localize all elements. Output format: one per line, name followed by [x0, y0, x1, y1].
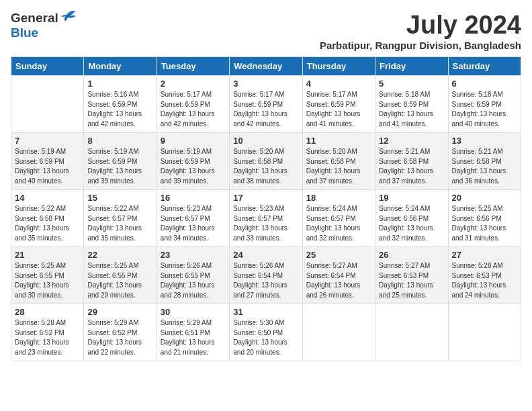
- day-info: Sunrise: 5:17 AM Sunset: 6:59 PM Dayligh…: [161, 90, 226, 129]
- header-friday: Friday: [375, 57, 448, 76]
- day-number: 10: [233, 136, 298, 146]
- calendar-cell: [375, 304, 448, 361]
- calendar-cell: 10Sunrise: 5:20 AM Sunset: 6:58 PM Dayli…: [230, 133, 302, 190]
- day-number: 4: [306, 79, 371, 89]
- header-tuesday: Tuesday: [157, 57, 229, 76]
- calendar-cell: 17Sunrise: 5:23 AM Sunset: 6:57 PM Dayli…: [230, 190, 302, 247]
- day-info: Sunrise: 5:25 AM Sunset: 6:56 PM Dayligh…: [452, 204, 517, 243]
- day-number: 15: [87, 193, 152, 203]
- day-info: Sunrise: 5:27 AM Sunset: 6:53 PM Dayligh…: [379, 261, 444, 300]
- week-row-2: 7Sunrise: 5:19 AM Sunset: 6:59 PM Daylig…: [11, 133, 521, 190]
- logo-bird-icon: [60, 9, 77, 24]
- calendar-cell: 2Sunrise: 5:17 AM Sunset: 6:59 PM Daylig…: [157, 76, 229, 133]
- day-info: Sunrise: 5:29 AM Sunset: 6:52 PM Dayligh…: [87, 318, 152, 357]
- day-info: Sunrise: 5:22 AM Sunset: 6:58 PM Dayligh…: [15, 204, 80, 243]
- calendar-cell: [448, 304, 521, 361]
- day-number: 8: [87, 136, 152, 146]
- day-number: 1: [87, 79, 152, 89]
- calendar-cell: 12Sunrise: 5:21 AM Sunset: 6:58 PM Dayli…: [375, 133, 448, 190]
- day-number: 20: [452, 193, 517, 203]
- day-info: Sunrise: 5:17 AM Sunset: 6:59 PM Dayligh…: [306, 90, 371, 129]
- calendar-cell: 8Sunrise: 5:19 AM Sunset: 6:59 PM Daylig…: [84, 133, 157, 190]
- calendar-table: SundayMondayTuesdayWednesdayThursdayFrid…: [11, 56, 521, 361]
- day-info: Sunrise: 5:19 AM Sunset: 6:59 PM Dayligh…: [87, 147, 152, 186]
- calendar-cell: 30Sunrise: 5:29 AM Sunset: 6:51 PM Dayli…: [157, 304, 229, 361]
- day-info: Sunrise: 5:23 AM Sunset: 6:57 PM Dayligh…: [233, 204, 298, 243]
- calendar-header-row: SundayMondayTuesdayWednesdayThursdayFrid…: [11, 57, 521, 76]
- calendar-cell: 3Sunrise: 5:17 AM Sunset: 6:59 PM Daylig…: [230, 76, 302, 133]
- logo-blue-text: Blue: [11, 26, 38, 40]
- day-number: 30: [161, 307, 226, 317]
- day-info: Sunrise: 5:19 AM Sunset: 6:59 PM Dayligh…: [15, 147, 80, 186]
- day-number: 31: [233, 307, 298, 317]
- calendar-cell: 19Sunrise: 5:24 AM Sunset: 6:56 PM Dayli…: [375, 190, 448, 247]
- calendar-cell: 29Sunrise: 5:29 AM Sunset: 6:52 PM Dayli…: [84, 304, 157, 361]
- day-number: 11: [306, 136, 371, 146]
- day-info: Sunrise: 5:28 AM Sunset: 6:53 PM Dayligh…: [452, 261, 517, 300]
- calendar-cell: 16Sunrise: 5:23 AM Sunset: 6:57 PM Dayli…: [157, 190, 229, 247]
- location: Parbatipur, Rangpur Division, Bangladesh: [320, 40, 521, 51]
- calendar-cell: 6Sunrise: 5:18 AM Sunset: 6:59 PM Daylig…: [448, 76, 521, 133]
- calendar-cell: 15Sunrise: 5:22 AM Sunset: 6:57 PM Dayli…: [84, 190, 157, 247]
- day-info: Sunrise: 5:20 AM Sunset: 6:58 PM Dayligh…: [233, 147, 298, 186]
- day-info: Sunrise: 5:21 AM Sunset: 6:58 PM Dayligh…: [379, 147, 444, 186]
- day-number: 2: [161, 79, 226, 89]
- day-info: Sunrise: 5:26 AM Sunset: 6:55 PM Dayligh…: [161, 261, 226, 300]
- week-row-4: 21Sunrise: 5:25 AM Sunset: 6:55 PM Dayli…: [11, 247, 521, 304]
- week-row-1: 1Sunrise: 5:16 AM Sunset: 6:59 PM Daylig…: [11, 76, 521, 133]
- day-info: Sunrise: 5:30 AM Sunset: 6:50 PM Dayligh…: [233, 318, 298, 357]
- calendar-cell: 25Sunrise: 5:27 AM Sunset: 6:54 PM Dayli…: [302, 247, 375, 304]
- day-number: 23: [161, 250, 226, 260]
- day-number: 29: [87, 307, 152, 317]
- calendar-cell: 28Sunrise: 5:28 AM Sunset: 6:52 PM Dayli…: [11, 304, 84, 361]
- day-number: 17: [233, 193, 298, 203]
- page-header: General Blue July 2024 Parbatipur, Rangp…: [11, 11, 521, 51]
- day-info: Sunrise: 5:19 AM Sunset: 6:59 PM Dayligh…: [161, 147, 226, 186]
- calendar-cell: 21Sunrise: 5:25 AM Sunset: 6:55 PM Dayli…: [11, 247, 84, 304]
- day-info: Sunrise: 5:28 AM Sunset: 6:52 PM Dayligh…: [15, 318, 80, 357]
- day-number: 7: [15, 136, 80, 146]
- calendar-cell: 1Sunrise: 5:16 AM Sunset: 6:59 PM Daylig…: [84, 76, 157, 133]
- day-info: Sunrise: 5:24 AM Sunset: 6:57 PM Dayligh…: [306, 204, 371, 243]
- day-info: Sunrise: 5:23 AM Sunset: 6:57 PM Dayligh…: [161, 204, 226, 243]
- day-info: Sunrise: 5:22 AM Sunset: 6:57 PM Dayligh…: [87, 204, 152, 243]
- day-number: 27: [452, 250, 517, 260]
- day-info: Sunrise: 5:18 AM Sunset: 6:59 PM Dayligh…: [379, 90, 444, 129]
- day-info: Sunrise: 5:16 AM Sunset: 6:59 PM Dayligh…: [87, 90, 152, 129]
- day-number: 19: [379, 193, 444, 203]
- day-number: 25: [306, 250, 371, 260]
- day-number: 12: [379, 136, 444, 146]
- day-number: 22: [87, 250, 152, 260]
- header-saturday: Saturday: [448, 57, 521, 76]
- header-wednesday: Wednesday: [230, 57, 302, 76]
- calendar-cell: 23Sunrise: 5:26 AM Sunset: 6:55 PM Dayli…: [157, 247, 229, 304]
- day-number: 6: [452, 79, 517, 89]
- calendar-cell: 26Sunrise: 5:27 AM Sunset: 6:53 PM Dayli…: [375, 247, 448, 304]
- calendar-cell: 20Sunrise: 5:25 AM Sunset: 6:56 PM Dayli…: [448, 190, 521, 247]
- day-number: 28: [15, 307, 80, 317]
- calendar-cell: 5Sunrise: 5:18 AM Sunset: 6:59 PM Daylig…: [375, 76, 448, 133]
- day-number: 16: [161, 193, 226, 203]
- calendar-cell: 13Sunrise: 5:21 AM Sunset: 6:58 PM Dayli…: [448, 133, 521, 190]
- calendar-cell: [302, 304, 375, 361]
- day-info: Sunrise: 5:20 AM Sunset: 6:58 PM Dayligh…: [306, 147, 371, 186]
- calendar-cell: 18Sunrise: 5:24 AM Sunset: 6:57 PM Dayli…: [302, 190, 375, 247]
- logo-general-text: General: [11, 11, 58, 26]
- day-info: Sunrise: 5:17 AM Sunset: 6:59 PM Dayligh…: [233, 90, 298, 129]
- calendar-cell: 31Sunrise: 5:30 AM Sunset: 6:50 PM Dayli…: [230, 304, 302, 361]
- day-info: Sunrise: 5:21 AM Sunset: 6:58 PM Dayligh…: [452, 147, 517, 186]
- calendar-cell: 24Sunrise: 5:26 AM Sunset: 6:54 PM Dayli…: [230, 247, 302, 304]
- calendar-cell: 11Sunrise: 5:20 AM Sunset: 6:58 PM Dayli…: [302, 133, 375, 190]
- day-info: Sunrise: 5:25 AM Sunset: 6:55 PM Dayligh…: [87, 261, 152, 300]
- calendar-cell: 7Sunrise: 5:19 AM Sunset: 6:59 PM Daylig…: [11, 133, 84, 190]
- day-number: 26: [379, 250, 444, 260]
- day-number: 14: [15, 193, 80, 203]
- day-number: 5: [379, 79, 444, 89]
- day-number: 13: [452, 136, 517, 146]
- calendar-cell: 4Sunrise: 5:17 AM Sunset: 6:59 PM Daylig…: [302, 76, 375, 133]
- day-number: 18: [306, 193, 371, 203]
- month-title: July 2024: [320, 11, 521, 40]
- calendar-cell: 9Sunrise: 5:19 AM Sunset: 6:59 PM Daylig…: [157, 133, 229, 190]
- header-thursday: Thursday: [302, 57, 375, 76]
- logo: General Blue: [11, 11, 77, 40]
